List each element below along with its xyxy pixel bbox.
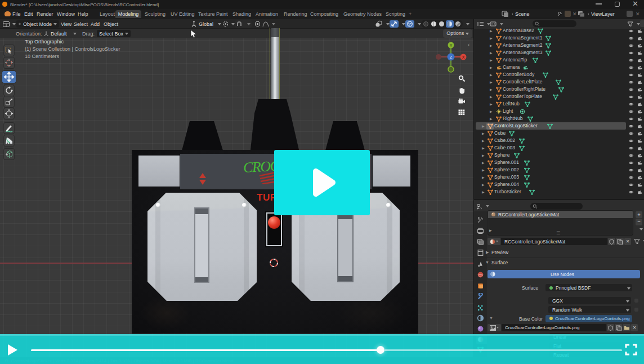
svg-text:Y: Y	[450, 43, 453, 47]
svg-text:X: X	[462, 55, 465, 59]
svg-text:Z: Z	[450, 55, 453, 60]
